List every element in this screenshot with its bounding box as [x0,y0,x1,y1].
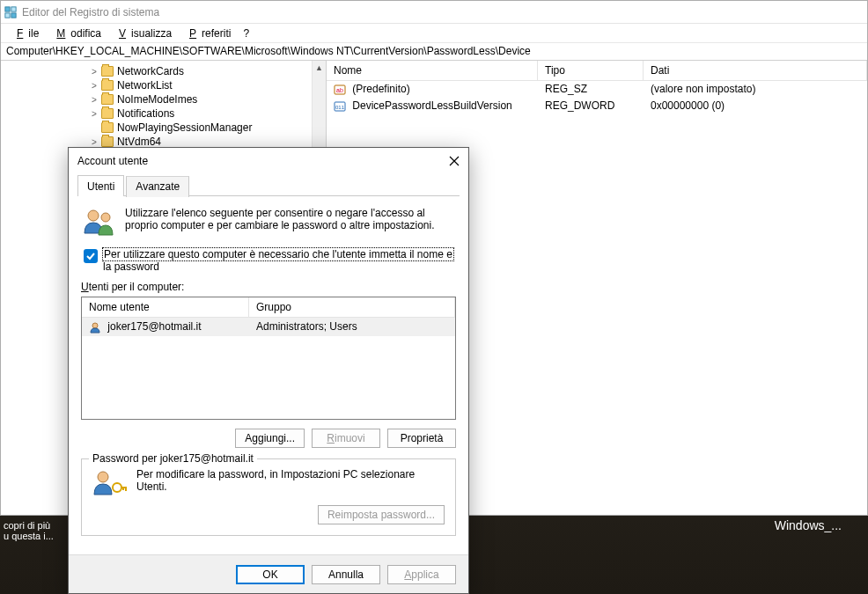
dialog-tabs: Utenti Avanzate [77,174,460,196]
regedit-title: Editor del Registro di sistema [22,6,159,18]
user-accounts-dialog: Account utente Utenti Avanzate Utilizzar… [68,147,469,594]
dialog-footer: OK Annulla Applica [69,554,468,593]
svg-text:011: 011 [335,105,345,110]
expand-icon[interactable]: > [89,137,99,147]
svg-text:ab: ab [336,87,343,93]
reset-password-button[interactable]: Reimposta password... [318,505,445,524]
user-icon [89,321,101,334]
header-data[interactable]: Dati [644,61,867,80]
windows-watermark: Windows_... [775,518,842,532]
add-button[interactable]: Aggiungi... [235,429,305,448]
tree-item[interactable]: >NtVdm64 [89,136,326,148]
dialog-body: Utilizzare l'elenco seguente per consent… [69,196,468,554]
col-username[interactable]: Nome utente [82,297,249,317]
folder-icon [101,94,114,105]
user-row[interactable]: joker175@hotmail.it Administrators; User… [82,318,455,336]
menu-file[interactable]: File [6,26,44,41]
svg-rect-2 [5,12,10,17]
desktop-tip: copri di più u questa i... [0,520,54,541]
remove-button[interactable]: Rimuovi [312,429,380,448]
reg-sz-icon: ab [334,84,346,96]
menu-help[interactable]: ? [238,26,254,41]
checkbox-checked-icon[interactable] [84,249,98,263]
close-button[interactable] [445,152,463,170]
value-row[interactable]: 011 DevicePasswordLessBuildVersion REG_D… [327,98,867,114]
groupbox-legend: Password per joker175@hotmail.it [89,452,257,465]
values-header: Nome Tipo Dati [327,61,867,81]
header-type[interactable]: Tipo [538,61,644,80]
svg-rect-0 [5,6,10,11]
expand-icon[interactable]: > [89,81,99,91]
folder-icon [101,136,114,147]
ok-button[interactable]: OK [236,565,305,584]
expand-icon[interactable]: > [89,67,99,77]
group-text: Per modificare la password, in Impostazi… [136,468,445,493]
require-login-checkbox-row[interactable]: Per utilizzare questo computer è necessa… [81,246,456,275]
tab-users[interactable]: Utenti [77,175,124,196]
folder-icon [101,108,114,119]
col-group[interactable]: Gruppo [249,297,455,317]
header-name[interactable]: Nome [327,61,538,80]
tree-item[interactable]: >Notifications [89,107,326,120]
regedit-menubar: File Modifica Visualizza Preferiti ? [1,24,867,43]
menu-favorites[interactable]: Preferiti [179,26,236,41]
svg-point-12 [113,483,121,492]
tree-item[interactable]: >NoImeModeImes [89,93,326,106]
svg-rect-3 [11,12,16,17]
menu-view[interactable]: Visualizza [108,26,177,41]
tree-item[interactable]: NowPlayingSessionManager [89,121,326,134]
intro-row: Utilizzare l'elenco seguente per consent… [81,207,456,237]
expand-icon[interactable]: > [89,109,99,119]
users-icon [81,207,116,237]
tree-item[interactable]: >NetworkCards [89,65,326,77]
svg-rect-1 [11,6,16,11]
tab-advanced[interactable]: Avanzate [126,176,189,197]
apply-button[interactable]: Applica [387,565,456,584]
tree-item[interactable]: >NetworkList [89,79,326,92]
properties-button[interactable]: Proprietà [387,429,456,448]
userlist-buttons: Aggiungi... Rimuovi Proprietà [81,429,456,448]
key-icon [92,468,128,498]
svg-point-9 [101,213,110,222]
svg-point-8 [88,210,99,221]
svg-point-11 [98,472,108,482]
cancel-button[interactable]: Annulla [312,565,380,584]
password-groupbox: Password per joker175@hotmail.it Per mod… [81,458,456,536]
expand-icon[interactable]: > [89,95,99,105]
folder-icon [101,122,114,133]
folder-icon [101,66,114,77]
scroll-up-icon[interactable]: ▲ [313,61,326,75]
regedit-app-icon [4,6,17,18]
userlist-label: Utenti per il computer: [81,281,456,293]
regedit-titlebar[interactable]: Editor del Registro di sistema [1,1,867,24]
checkbox-label: Per utilizzare questo computer è necessa… [103,248,453,273]
regedit-pathbar[interactable]: Computer\HKEY_LOCAL_MACHINE\SOFTWARE\Mic… [1,43,867,61]
intro-text: Utilizzare l'elenco seguente per consent… [125,207,456,237]
user-listview[interactable]: Nome utente Gruppo joker175@hotmail.it A… [81,297,456,420]
svg-point-10 [92,323,98,328]
dialog-titlebar[interactable]: Account utente [69,148,468,174]
userlist-header: Nome utente Gruppo [82,297,455,318]
reg-dword-icon: 011 [334,100,346,113]
dialog-title: Account utente [77,155,148,167]
folder-icon [101,80,114,91]
menu-edit[interactable]: Modifica [46,26,107,41]
value-row[interactable]: ab (Predefinito) REG_SZ (valore non impo… [327,81,867,98]
close-icon [449,156,460,166]
